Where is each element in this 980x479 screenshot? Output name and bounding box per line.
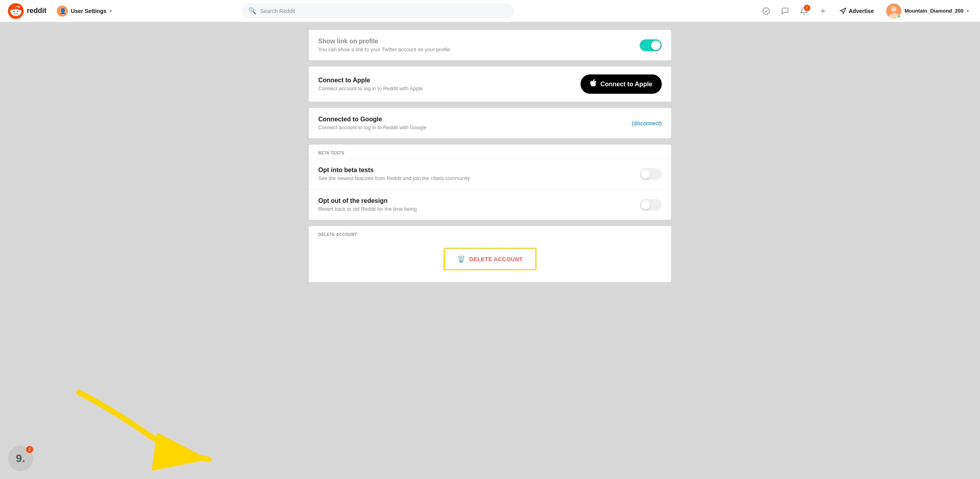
beta-section-label: BETA TESTS [309,145,671,159]
show-link-row: Show link on profile You can show a link… [309,30,671,60]
delete-account-label: DELETE ACCOUNT [469,256,523,262]
grader-notification: 2 [26,446,33,453]
connected-google-info: Connected to Google Connect account to l… [318,116,427,130]
opt-out-redesign-title: Opt out of the redesign [318,197,417,204]
connected-google-desc: Connect account to log in to Reddit with… [318,124,427,130]
opt-out-redesign-row: Opt out of the redesign Revert back to o… [309,189,671,220]
opt-into-beta-info: Opt into beta tests See the newest featu… [318,167,470,181]
show-link-info: Show link on profile You can show a link… [318,38,450,52]
user-settings-nav[interactable]: 👤 User Settings ▾ [53,3,116,19]
arrow-annotation [0,321,276,479]
chat-icon-btn[interactable] [778,4,792,18]
reddit-wordmark: reddit [27,7,46,15]
advertise-btn[interactable]: Advertise [835,5,879,17]
nav-actions: 7 Advertise [759,2,972,20]
opt-out-redesign-info: Opt out of the redesign Revert back to o… [318,197,417,212]
connect-apple-title: Connect to Apple [318,77,423,84]
svg-text:👤: 👤 [59,8,67,15]
delete-account-button[interactable]: 🗑️ DELETE ACCOUNT [444,248,536,270]
connected-google-row: Connected to Google Connect account to l… [309,108,671,138]
notifications-icon-btn[interactable]: 7 [797,4,811,18]
connect-apple-info: Connect to Apple Connect account to log … [318,77,423,91]
megaphone-icon [839,7,846,15]
settings-nav-label: User Settings [71,8,106,14]
svg-point-9 [891,6,896,12]
delete-section-label: DELETE ACCOUNT [309,226,671,240]
opt-out-redesign-desc: Revert back to old Reddit for the time b… [318,206,417,212]
show-link-toggle[interactable] [640,39,662,51]
opt-into-beta-title: Opt into beta tests [318,167,470,174]
grader-badge: 9. 2 [8,446,33,471]
delete-account-row: 🗑️ DELETE ACCOUNT [309,240,671,282]
show-link-section: Show link on profile You can show a link… [309,30,671,60]
svg-point-1 [13,11,15,12]
chat-icon [781,7,789,15]
opt-into-beta-toggle[interactable] [640,168,662,180]
create-post-btn[interactable] [816,4,830,18]
connected-google-section: Connected to Google Connect account to l… [309,108,671,138]
connect-apple-desc: Connect account to log in to Reddit with… [318,85,423,91]
show-link-desc: You can show a link to your Twitter acco… [318,46,450,52]
opt-into-beta-row: Opt into beta tests See the newest featu… [309,159,671,189]
plus-icon [819,7,827,15]
reddit-logo[interactable]: reddit [8,3,46,19]
search-icon: 🔍 [249,7,256,15]
connect-apple-row: Connect to Apple Connect account to log … [309,67,671,102]
svg-point-2 [17,11,19,12]
show-link-title: Show link on profile [318,38,450,45]
advertise-label: Advertise [849,8,874,14]
main-content: Show link on profile You can show a link… [301,22,679,296]
connected-google-title: Connected to Google [318,116,427,123]
settings-chevron-icon: ▾ [110,8,112,14]
user-chevron-icon: ▾ [967,8,969,14]
connect-apple-btn-label: Connect to Apple [600,81,652,88]
toggle-knob [641,169,650,179]
connect-apple-button[interactable]: Connect to Apple [581,74,662,94]
snoo-icon: 👤 [57,6,68,17]
toggle-knob [651,41,661,50]
svg-point-5 [763,7,769,14]
connect-apple-section: Connect to Apple Connect account to log … [309,67,671,102]
opt-out-redesign-toggle[interactable] [640,199,662,211]
beta-tests-section: BETA TESTS Opt into beta tests See the n… [309,145,671,220]
user-profile-nav[interactable]: Mountain_Diamond_200 ▾ [883,2,972,20]
toggle-knob [641,200,650,210]
delete-account-section: DELETE ACCOUNT 🗑️ DELETE ACCOUNT [309,226,671,282]
navbar: reddit 👤 User Settings ▾ 🔍 Search Reddit [0,0,980,22]
trending-icon [762,7,770,15]
disconnect-google-link[interactable]: (disconnect) [632,120,662,126]
notification-count: 7 [804,5,810,11]
trash-icon: 🗑️ [457,255,466,263]
avatar-wrapper [886,4,901,19]
trending-icon-btn[interactable] [759,4,773,18]
online-status-dot [897,14,901,18]
grader-label: 9. [16,452,25,465]
search-bar[interactable]: 🔍 Search Reddit [242,4,514,18]
search-placeholder: Search Reddit [260,8,295,14]
apple-logo-icon [590,79,596,89]
nav-username: Mountain_Diamond_200 [904,8,963,14]
opt-into-beta-desc: See the newest features from Reddit and … [318,175,470,181]
